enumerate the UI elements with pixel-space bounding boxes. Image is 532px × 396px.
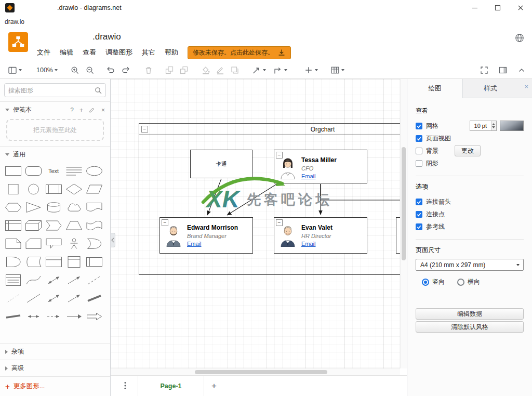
- shape-rectangle[interactable]: [6, 167, 21, 176]
- org-node-plain[interactable]: 卡通: [190, 150, 252, 178]
- shape-hexagon[interactable]: [6, 203, 21, 212]
- diagram-canvas[interactable]: − Orgchart 卡通 − Tessa Miller CFO Email: [111, 79, 407, 375]
- shape-data-storage[interactable]: [27, 257, 41, 267]
- shape-dashed-line[interactable]: [88, 276, 101, 284]
- toolbar-insert-dropdown[interactable]: [302, 64, 320, 76]
- shape-directional-connector[interactable]: [68, 295, 80, 302]
- org-node-edward[interactable]: − Edward Morrison Brand Manager Email: [159, 217, 253, 254]
- sidebar-collapse-handle[interactable]: [111, 233, 115, 247]
- toolbar-view-button[interactable]: [6, 64, 23, 76]
- shape-diamond[interactable]: [66, 184, 82, 194]
- landscape-radio[interactable]: 横向: [457, 278, 480, 286]
- menu-extras[interactable]: 其它: [137, 46, 160, 59]
- shape-bidirectional-connector[interactable]: [48, 295, 59, 302]
- toolbar-delete-button[interactable]: [142, 64, 155, 76]
- shape-internal-storage[interactable]: [6, 221, 21, 231]
- connection-arrows-checkbox[interactable]: [416, 199, 422, 205]
- shape-thick-link[interactable]: [6, 315, 20, 318]
- vertical-scrollbar-thumb[interactable]: [402, 147, 406, 260]
- toolbar-fullscreen-button[interactable]: [478, 64, 490, 76]
- shape-list[interactable]: [6, 275, 21, 286]
- shape-dotted-line[interactable]: [7, 294, 20, 302]
- toolbar-redo-button[interactable]: [119, 64, 132, 76]
- connection-points-checkbox[interactable]: [416, 211, 422, 218]
- shape-ellipse[interactable]: [87, 166, 102, 176]
- background-checkbox[interactable]: [416, 148, 422, 154]
- shape-textbox[interactable]: [66, 167, 82, 175]
- menu-edit[interactable]: 编辑: [55, 46, 78, 59]
- section-advanced-header[interactable]: 高级: [0, 360, 110, 376]
- section-general-header[interactable]: 通用: [0, 147, 110, 163]
- shape-rounded-rectangle[interactable]: [26, 167, 42, 176]
- shape-document[interactable]: [87, 203, 102, 212]
- shape-line[interactable]: [27, 294, 40, 302]
- format-panel-close-button[interactable]: ×: [518, 79, 532, 98]
- minimize-button[interactable]: [463, 0, 486, 16]
- clear-default-style-button[interactable]: 清除默认风格: [416, 321, 524, 333]
- toolbar-line-color-button[interactable]: [214, 64, 227, 76]
- portrait-radio[interactable]: 竖向: [422, 278, 445, 286]
- toolbar-zoom-out-button[interactable]: [84, 64, 96, 76]
- shape-arrow[interactable]: [68, 277, 80, 284]
- shape-circle[interactable]: [29, 184, 39, 194]
- shape-bidirectional-arrow[interactable]: [48, 277, 59, 284]
- shape-link[interactable]: [88, 296, 101, 301]
- grid-color-button[interactable]: [500, 121, 524, 131]
- shape-and[interactable]: [7, 257, 21, 267]
- pages-menu-button[interactable]: [124, 381, 126, 390]
- shape-block-arrow-edge[interactable]: [87, 313, 102, 320]
- toolbar-format-panel-toggle[interactable]: [497, 64, 509, 76]
- menu-help[interactable]: 帮助: [160, 46, 183, 59]
- scratchpad-drop-area[interactable]: 把元素拖至此处: [6, 119, 104, 141]
- scratchpad-edit-pencil-icon[interactable]: [89, 107, 96, 113]
- node-email-link[interactable]: Email: [187, 240, 238, 248]
- toolbar-connection-style-dropdown[interactable]: [250, 64, 268, 76]
- tab-diagram[interactable]: 绘图: [407, 79, 463, 98]
- grid-checkbox[interactable]: [416, 123, 422, 129]
- toolbar-fill-color-button[interactable]: [200, 64, 212, 76]
- grid-size-stepper[interactable]: [491, 121, 496, 130]
- shape-vertical-container[interactable]: [68, 257, 80, 268]
- shape-card[interactable]: [26, 239, 41, 249]
- shape-cube[interactable]: [26, 221, 42, 231]
- shape-cylinder[interactable]: [48, 203, 60, 212]
- scratchpad-help-button[interactable]: ?: [70, 107, 74, 114]
- toolbar-to-front-button[interactable]: [163, 64, 176, 76]
- shape-square[interactable]: [8, 184, 18, 194]
- toolbar-collapse-button[interactable]: [515, 64, 528, 76]
- unsaved-changes-banner[interactable]: 修改未保存。点击此处保存。: [188, 46, 291, 59]
- shadow-checkbox[interactable]: [416, 160, 422, 167]
- toolbar-waypoints-dropdown[interactable]: [272, 64, 289, 76]
- edit-data-button[interactable]: 编辑数据: [416, 308, 524, 320]
- shape-tape[interactable]: [87, 221, 102, 230]
- tab-style[interactable]: 样式: [463, 79, 518, 98]
- add-page-button[interactable]: +: [207, 379, 221, 393]
- search-input[interactable]: [8, 87, 91, 94]
- change-background-button[interactable]: 更改: [455, 145, 481, 156]
- shape-cloud[interactable]: [68, 204, 81, 211]
- page-tab-1[interactable]: Page-1: [138, 376, 204, 396]
- toolbar-zoom-dropdown[interactable]: 100%: [35, 65, 59, 75]
- shape-curve[interactable]: [26, 276, 41, 284]
- shape-or[interactable]: [88, 239, 101, 249]
- paper-size-select[interactable]: A4 (210 mm x 297 mm): [416, 259, 524, 271]
- document-filename[interactable]: .drawio: [92, 32, 121, 42]
- grid-size-input[interactable]: [470, 121, 491, 130]
- toolbar-shadow-button[interactable]: [229, 64, 241, 76]
- guides-checkbox[interactable]: [416, 223, 422, 230]
- shape-step[interactable]: [46, 221, 61, 230]
- scratchpad-add-button[interactable]: +: [79, 107, 83, 114]
- shape-arrow-edge[interactable]: [67, 314, 82, 319]
- shape-callout[interactable]: [46, 239, 61, 248]
- drawio-logo[interactable]: [8, 32, 28, 52]
- section-misc-header[interactable]: 杂项: [0, 344, 110, 360]
- shape-triangle[interactable]: [26, 203, 41, 213]
- toolbar-undo-button[interactable]: [104, 64, 117, 76]
- toolbar-to-back-button[interactable]: [178, 64, 190, 76]
- page-view-checkbox[interactable]: [416, 135, 422, 142]
- horizontal-scrollbar-thumb[interactable]: [195, 370, 327, 374]
- more-shapes-button[interactable]: + 更多图形...: [0, 377, 110, 396]
- toolbar-table-dropdown[interactable]: [329, 64, 346, 76]
- shape-text[interactable]: Text: [48, 168, 59, 174]
- app-menu-item[interactable]: draw.io: [5, 18, 24, 25]
